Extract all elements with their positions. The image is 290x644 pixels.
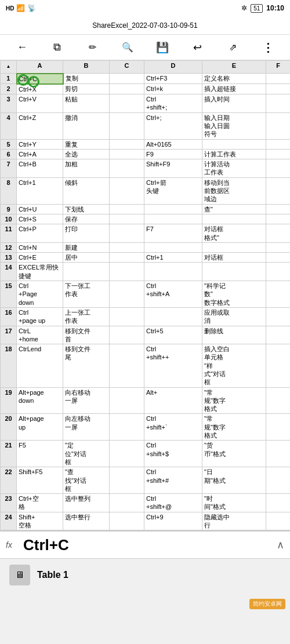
cell-c14[interactable] bbox=[110, 263, 144, 281]
cell-c13[interactable] bbox=[110, 253, 144, 263]
cell-c9[interactable] bbox=[110, 204, 144, 214]
cell-d9[interactable] bbox=[144, 204, 202, 214]
cell-f2[interactable] bbox=[266, 84, 291, 94]
cell-f8[interactable] bbox=[266, 177, 291, 204]
cell-f23[interactable] bbox=[266, 494, 291, 512]
cell-c17[interactable] bbox=[110, 326, 144, 344]
cell-b10[interactable]: 保存 bbox=[63, 214, 110, 224]
cell-c18[interactable] bbox=[110, 344, 144, 387]
cell-e19[interactable]: "常 规"数字 格式 bbox=[202, 387, 266, 414]
cell-e15[interactable]: "科学记 数" 数字格式 bbox=[202, 281, 266, 308]
cell-d3[interactable]: Ctrl +shift+; bbox=[144, 94, 202, 113]
cell-b13[interactable]: 居中 bbox=[63, 253, 110, 263]
cell-a21[interactable]: F5 bbox=[17, 441, 63, 467]
cell-d6[interactable]: F9 bbox=[144, 149, 202, 159]
cell-e12[interactable] bbox=[202, 242, 266, 252]
share-icon[interactable]: ⇗ bbox=[223, 38, 242, 57]
cell-f10[interactable] bbox=[266, 214, 291, 224]
cell-b22[interactable]: "查 找"对话 框 bbox=[63, 467, 110, 494]
cell-b11[interactable]: 打印 bbox=[63, 224, 110, 243]
cell-c10[interactable] bbox=[110, 214, 144, 224]
cell-a8[interactable]: Ctrl+1 bbox=[17, 177, 63, 204]
cell-b9[interactable]: 下划线 bbox=[63, 204, 110, 214]
cell-e11[interactable]: 对话框 格式" bbox=[202, 224, 266, 243]
cell-e6[interactable]: 计算工作表 bbox=[202, 149, 266, 159]
cell-c1[interactable] bbox=[110, 74, 144, 84]
cell-c7[interactable] bbox=[110, 159, 144, 178]
cell-e21[interactable]: "货 币"格式 bbox=[202, 441, 266, 467]
col-header-a[interactable]: A bbox=[17, 61, 63, 74]
cell-b24[interactable]: 选中整行 bbox=[63, 512, 110, 530]
col-header-b[interactable]: B bbox=[63, 61, 110, 74]
cell-f19[interactable] bbox=[266, 387, 291, 414]
cell-a6[interactable]: Ctrl+A bbox=[17, 149, 63, 159]
cell-c2[interactable] bbox=[110, 84, 144, 94]
cell-f24[interactable] bbox=[266, 512, 291, 530]
cell-d8[interactable]: Ctrl+箭 头键 bbox=[144, 177, 202, 204]
back-button[interactable]: ← bbox=[13, 38, 31, 57]
cell-a16[interactable]: Ctrl +page up bbox=[17, 307, 63, 326]
cell-a10[interactable]: Ctrl+S bbox=[17, 214, 63, 224]
cell-f15[interactable] bbox=[266, 281, 291, 308]
cell-a1[interactable]: Ctrl+C bbox=[17, 74, 63, 84]
cell-f16[interactable] bbox=[266, 307, 291, 326]
cell-e4[interactable]: 输入日期 输入日圆 符号 bbox=[202, 112, 266, 139]
cell-e9[interactable]: 查" bbox=[202, 204, 266, 214]
cell-d4[interactable]: Ctrl+; bbox=[144, 112, 202, 139]
cell-d18[interactable]: Ctrl +shift++ bbox=[144, 344, 202, 387]
cell-c24[interactable] bbox=[110, 512, 144, 530]
cell-d15[interactable]: Ctrl +shift+A bbox=[144, 281, 202, 308]
cell-f14[interactable] bbox=[266, 263, 291, 281]
formula-value[interactable]: Ctrl+C bbox=[23, 536, 271, 554]
cell-e14[interactable] bbox=[202, 263, 266, 281]
cell-e5[interactable] bbox=[202, 139, 266, 149]
cell-e3[interactable]: 插入时间 bbox=[202, 94, 266, 113]
cell-f20[interactable] bbox=[266, 414, 291, 441]
cell-d7[interactable]: Shift+F9 bbox=[144, 159, 202, 178]
cell-d10[interactable] bbox=[144, 214, 202, 224]
cell-c22[interactable] bbox=[110, 467, 144, 494]
cell-f11[interactable] bbox=[266, 224, 291, 243]
cell-b20[interactable]: 向左移动 一屏 bbox=[63, 414, 110, 441]
cell-f21[interactable] bbox=[266, 441, 291, 467]
formula-expand-icon[interactable]: ∧ bbox=[277, 539, 284, 551]
cell-b7[interactable]: 加粗 bbox=[63, 159, 110, 178]
cell-d20[interactable]: Ctrl +shift+` bbox=[144, 414, 202, 441]
col-header-c[interactable]: C bbox=[110, 61, 144, 74]
cell-b5[interactable]: 重复 bbox=[63, 139, 110, 149]
cell-b3[interactable]: 粘贴 bbox=[63, 94, 110, 113]
cell-c20[interactable] bbox=[110, 414, 144, 441]
cell-e16[interactable]: 应用或取 消 bbox=[202, 307, 266, 326]
cell-f18[interactable] bbox=[266, 344, 291, 387]
cell-d5[interactable]: Alt+0165 bbox=[144, 139, 202, 149]
cell-d2[interactable]: Ctrl+k bbox=[144, 84, 202, 94]
cell-a23[interactable]: Ctrl+空 格 bbox=[17, 494, 63, 512]
cell-c3[interactable] bbox=[110, 94, 144, 113]
cell-c23[interactable] bbox=[110, 494, 144, 512]
cell-a19[interactable]: Alt+page down bbox=[17, 387, 63, 414]
cell-b8[interactable]: 倾斜 bbox=[63, 177, 110, 204]
cell-b18[interactable]: 移到文件 尾 bbox=[63, 344, 110, 387]
col-header-e[interactable]: E bbox=[202, 61, 266, 74]
cell-b6[interactable]: 全选 bbox=[63, 149, 110, 159]
cell-f22[interactable] bbox=[266, 467, 291, 494]
cell-b23[interactable]: 选中整列 bbox=[63, 494, 110, 512]
cell-d17[interactable]: Ctrl+5 bbox=[144, 326, 202, 344]
edit-icon[interactable]: ✏ bbox=[83, 38, 102, 57]
cell-b2[interactable]: 剪切 bbox=[63, 84, 110, 94]
cell-d19[interactable]: Alt+ bbox=[144, 387, 202, 414]
cell-e1[interactable]: 定义名称 bbox=[202, 74, 266, 84]
cell-d24[interactable]: Ctrl+9 bbox=[144, 512, 202, 530]
cell-e17[interactable]: 删除线 bbox=[202, 326, 266, 344]
cell-a18[interactable]: CtrLend bbox=[17, 344, 63, 387]
cell-a20[interactable]: Alt+page up bbox=[17, 414, 63, 441]
cell-c6[interactable] bbox=[110, 149, 144, 159]
cell-d1[interactable]: Ctrl+F3 bbox=[144, 74, 202, 84]
cell-c11[interactable] bbox=[110, 224, 144, 243]
cell-d16[interactable] bbox=[144, 307, 202, 326]
cell-b14[interactable] bbox=[63, 263, 110, 281]
more-icon[interactable]: ⋮ bbox=[259, 38, 277, 57]
cell-a4[interactable]: Ctrl+Z bbox=[17, 112, 63, 139]
cell-f6[interactable] bbox=[266, 149, 291, 159]
copy-icon[interactable]: ⧉ bbox=[48, 38, 67, 57]
